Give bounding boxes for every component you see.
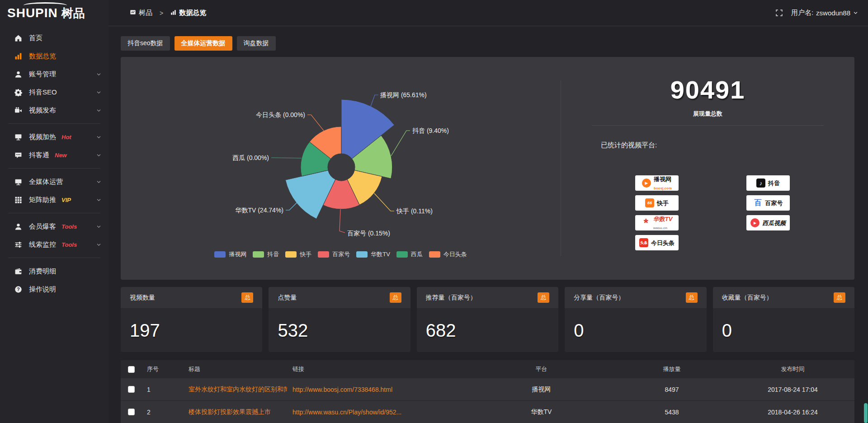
stat-card-2: 点赞量总532 xyxy=(269,287,410,352)
sidebar-item-label: 会员爆客 xyxy=(29,222,56,231)
breadcrumb-item-current: 数据总览 xyxy=(179,9,206,17)
legend-item-西瓜[interactable]: 西瓜 xyxy=(396,250,423,258)
app-logo[interactable]: SHUPIN 树品 xyxy=(0,0,108,26)
select-all-checkbox[interactable] xyxy=(128,366,135,373)
stat-card-label: 收藏量（百家号） xyxy=(722,294,773,302)
fullscreen-glyph xyxy=(775,9,783,17)
logo-arc-decoration xyxy=(24,2,67,9)
legend-label: 播视网 xyxy=(229,250,246,258)
chevron-down-icon xyxy=(96,197,101,202)
sidebar-item-7[interactable]: 抖客通New xyxy=(0,146,108,164)
chevron-down-icon xyxy=(96,90,101,95)
total-badge[interactable]: 总 xyxy=(390,292,401,303)
col-header-no: 序号 xyxy=(142,365,183,373)
chevron-glyph xyxy=(853,10,858,15)
svg-text:?: ? xyxy=(17,286,19,291)
topbar: 树品 > 数据总览 用户名: zswodun88 xyxy=(108,0,868,26)
platform-badge-西瓜视频[interactable]: ▶西瓜视频 xyxy=(746,215,790,230)
row-checkbox[interactable] xyxy=(128,386,135,393)
platform-domain: boosj.com xyxy=(654,186,672,190)
legend-item-百家号[interactable]: 百家号 xyxy=(318,250,350,258)
breadcrumb-item-home[interactable]: 树品 xyxy=(139,9,152,17)
legend-swatch xyxy=(214,251,226,258)
fullscreen-icon[interactable] xyxy=(775,9,783,17)
legend-item-抖音[interactable]: 抖音 xyxy=(253,250,279,258)
legend-item-华数TV[interactable]: 华数TV xyxy=(356,250,390,258)
total-badge[interactable]: 总 xyxy=(686,292,698,303)
sidebar-item-label: 数据总览 xyxy=(29,52,56,61)
platform-name: 播视网 xyxy=(654,176,671,183)
platform-badge-快手[interactable]: 66快手 xyxy=(635,195,679,211)
tab-1[interactable]: 抖音seo数据 xyxy=(121,36,170,51)
sidebar-item-tag: Tools xyxy=(61,223,77,230)
platform-badge-抖音[interactable]: ♪抖音 xyxy=(746,175,790,191)
chat-icon xyxy=(14,151,22,159)
monitor-icon xyxy=(14,178,22,186)
sidebar-item-2[interactable]: 数据总览 xyxy=(0,47,108,65)
sidebar-item-5[interactable]: 视频发布 xyxy=(0,101,108,119)
label-leader-line xyxy=(340,209,345,233)
label-leader-line xyxy=(307,115,324,131)
legend-swatch xyxy=(285,251,297,258)
stat-card-label: 分享量（百家号） xyxy=(574,294,624,302)
total-badge[interactable]: 总 xyxy=(834,292,845,303)
label-leader-line xyxy=(286,202,298,210)
legend-item-快手[interactable]: 快手 xyxy=(285,250,311,258)
scrollbar-thumb[interactable] xyxy=(864,403,868,423)
legend-item-今日头条[interactable]: 今日头条 xyxy=(429,250,467,258)
sidebar-item-label: 矩阵助推 xyxy=(29,196,56,204)
sidebar-item-6[interactable]: 视频加热Hot xyxy=(0,128,108,146)
cell-platform: 华数TV xyxy=(470,408,613,416)
slice-label-百家号: 百家号 (0.15%) xyxy=(347,230,390,237)
tab-3[interactable]: 询盘数据 xyxy=(237,36,276,51)
total-badge[interactable]: 总 xyxy=(241,292,253,303)
video-url-link[interactable]: http://www.wasu.cn/Play/show/id/952... xyxy=(287,409,470,416)
sidebar-item-3[interactable]: 账号管理 xyxy=(0,65,108,83)
screen-icon xyxy=(14,133,22,141)
xigua-logo: ▶ xyxy=(750,218,760,227)
sidebar-item-12[interactable]: 消费明细 xyxy=(0,262,108,280)
breadcrumb: 树品 > 数据总览 xyxy=(130,9,206,17)
sidebar-item-label: 首页 xyxy=(29,34,42,42)
legend-swatch xyxy=(253,251,264,258)
impressions-summary: 90491 展现量总数 已统计的视频平台: ▶播视网boosj.com66快手*… xyxy=(561,57,854,280)
total-badge[interactable]: 总 xyxy=(538,292,549,303)
video-title-link[interactable]: 室外水纹灯和室内水纹灯的区别和简介 xyxy=(183,385,287,394)
legend-label: 快手 xyxy=(300,250,311,258)
rose-pie-chart[interactable]: 播视网 (65.61%)抖音 (9.40%)快手 (0.11%)百家号 (0.1… xyxy=(121,57,561,280)
stat-card-value: 532 xyxy=(278,320,308,341)
user-icon xyxy=(14,223,22,230)
stat-cards-row: 视频数量总197点赞量总532推荐量（百家号）总682分享量（百家号）总0收藏量… xyxy=(121,287,854,352)
sliders-icon xyxy=(14,241,22,249)
platform-badge-播视网[interactable]: ▶播视网boosj.com xyxy=(635,175,679,191)
sidebar-item-9[interactable]: 矩阵助推VIP xyxy=(0,191,108,209)
sidebar-item-10[interactable]: 会员爆客Tools xyxy=(0,217,108,235)
pie-slice-华数TV[interactable] xyxy=(285,170,335,219)
video-title-link[interactable]: 楼体投影灯投影效果震撼上市 xyxy=(183,408,287,416)
sidebar-item-13[interactable]: ?操作说明 xyxy=(0,280,108,298)
sidebar-item-11[interactable]: 线索监控Tools xyxy=(0,235,108,254)
video-url-link[interactable]: http://www.boosj.com/7338468.html xyxy=(287,386,470,393)
stat-card-value: 682 xyxy=(426,320,456,341)
sidebar-divider xyxy=(8,123,100,124)
user-menu[interactable]: 用户名: zswodun88 xyxy=(791,9,858,17)
breadcrumb-separator: > xyxy=(160,9,163,17)
cell-plays: 8497 xyxy=(613,386,731,393)
wallet-icon xyxy=(14,268,22,275)
slice-label-播视网: 播视网 (65.61%) xyxy=(380,91,427,99)
tab-2[interactable]: 全媒体运营数据 xyxy=(175,36,232,51)
sidebar-item-4[interactable]: 抖音SEO xyxy=(0,83,108,101)
platform-badge-华数TV[interactable]: *华数TVwasu.cn xyxy=(635,215,679,230)
user-icon xyxy=(14,70,22,78)
sidebar-item-1[interactable]: 首页 xyxy=(0,29,108,47)
videos-table: 序号标题链接平台播放量发布时间1室外水纹灯和室内水纹灯的区别和简介http://… xyxy=(121,360,854,423)
legend-item-播视网[interactable]: 播视网 xyxy=(214,250,246,258)
sidebar-item-8[interactable]: 全媒体运营 xyxy=(0,173,108,191)
table-header-row: 序号标题链接平台播放量发布时间 xyxy=(121,360,854,378)
row-checkbox[interactable] xyxy=(128,409,135,415)
platform-badge-今日头条[interactable]: 头条今日头条 xyxy=(635,235,679,250)
slice-label-快手: 快手 (0.11%) xyxy=(396,207,433,215)
stat-card-4: 分享量（百家号）总0 xyxy=(565,287,706,352)
sidebar-item-label: 全媒体运营 xyxy=(29,178,63,186)
platform-badge-百家号[interactable]: 百百家号 xyxy=(746,195,790,211)
